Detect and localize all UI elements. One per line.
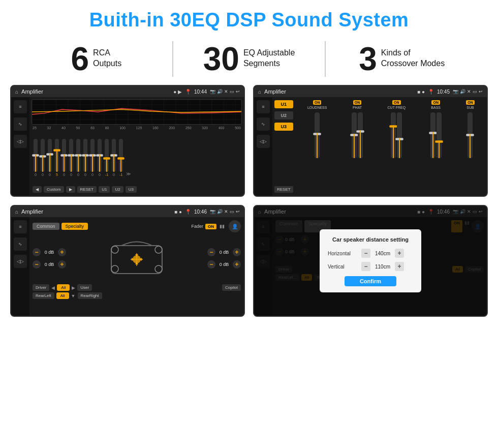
fader-filter-btn[interactable]: ≡: [14, 220, 27, 233]
eq-slider-3[interactable]: 0: [48, 139, 52, 176]
amp2-camera-icon: 📷: [453, 89, 458, 94]
eq-slider-8[interactable]: 0: [83, 139, 87, 176]
db3-plus-btn[interactable]: +: [233, 248, 241, 256]
db3-value: 0 dB: [217, 250, 231, 255]
user-btn[interactable]: User: [77, 284, 92, 291]
cutfreq-on-badge[interactable]: ON: [392, 100, 401, 105]
close-icon: ✕: [224, 89, 228, 94]
db3-minus-btn[interactable]: −: [207, 248, 215, 256]
eq-slider-2[interactable]: 0: [41, 139, 45, 176]
home-icon[interactable]: ⌂: [15, 89, 18, 95]
eq-filter-btn[interactable]: ≡: [14, 100, 27, 113]
back-icon: ↩: [236, 89, 240, 94]
rearright-btn[interactable]: RearRight: [78, 292, 102, 299]
copilot-btn[interactable]: Copilot: [222, 284, 241, 291]
bass-slider-1[interactable]: [430, 112, 435, 158]
vertical-plus-btn[interactable]: +: [395, 262, 404, 271]
bass-slider-2[interactable]: [437, 112, 442, 158]
horizontal-minus-btn[interactable]: −: [361, 249, 370, 258]
home-icon-3[interactable]: ⌂: [15, 209, 18, 215]
home-icon-2[interactable]: ⌂: [258, 89, 261, 95]
driver-btn[interactable]: Driver: [33, 284, 49, 291]
eq-slider-7[interactable]: 0: [76, 139, 80, 176]
amp2-main: U1 U2 U3 RESET ON LOUDNESS: [272, 97, 487, 196]
play-dot-icon: ● ▶: [173, 89, 182, 95]
eq-prev-btn[interactable]: ◀: [33, 186, 42, 193]
fader-vol-btn[interactable]: ◁▷: [14, 255, 27, 268]
db2-minus-btn[interactable]: −: [33, 260, 41, 268]
db1-minus-btn[interactable]: −: [33, 248, 41, 256]
channel-sub: ON SUB: [466, 100, 475, 193]
phat-slider-2[interactable]: [358, 112, 363, 158]
dialog-vertical-control: − 110cm +: [361, 262, 404, 271]
db4-value: 0 dB: [217, 262, 231, 267]
eq-main-area: 25 32 40 50 63 80 100 125 160 200 250 32…: [29, 97, 244, 196]
eq-u3-btn[interactable]: U3: [126, 186, 137, 193]
db1-plus-btn[interactable]: +: [58, 248, 66, 256]
eq-slider-10[interactable]: 0: [98, 139, 102, 176]
eq-slider-5[interactable]: 0: [62, 139, 66, 176]
phat-on-badge[interactable]: ON: [353, 100, 362, 105]
horizontal-plus-btn[interactable]: +: [395, 249, 404, 258]
cutfreq-slider-1[interactable]: [391, 112, 396, 158]
cutfreq-slider-2[interactable]: [397, 112, 402, 158]
amp2-vol-btn[interactable]: ◁▷: [257, 135, 270, 148]
sub-slider-1[interactable]: [468, 112, 473, 158]
bass-on-badge[interactable]: ON: [431, 100, 440, 105]
eq-slider-11[interactable]: -1: [105, 139, 109, 176]
eq-u2-btn[interactable]: U2: [112, 186, 123, 193]
fader-dot-icon: ■ ●: [174, 209, 182, 215]
eq-slider-12[interactable]: 0: [112, 139, 116, 176]
eq-wave-btn[interactable]: ∿: [14, 117, 27, 131]
eq-freq-25: 25: [33, 126, 37, 130]
fader-settings-btn[interactable]: 👤: [229, 220, 241, 232]
all-btn-2[interactable]: All: [56, 292, 69, 299]
db2-plus-btn[interactable]: +: [58, 260, 66, 268]
fader-db-control-2: − 0 dB +: [33, 260, 66, 268]
loudness-slider[interactable]: [315, 112, 320, 158]
eq-slider-6[interactable]: 0: [69, 139, 73, 176]
eq-slider-9[interactable]: 0: [90, 139, 95, 176]
eq-freq-100: 100: [119, 126, 126, 130]
fader-arrow-left[interactable]: ◀: [51, 285, 55, 290]
fader-side-controls: ≡ ∿ ◁▷: [11, 217, 29, 316]
amp2-u3-btn[interactable]: U3: [274, 123, 293, 131]
eq-freq-50: 50: [76, 126, 80, 130]
amp2-filter-btn[interactable]: ≡: [257, 100, 270, 113]
amp2-wave-btn[interactable]: ∿: [257, 117, 270, 131]
fader-body: − 0 dB + − 0 dB +: [33, 235, 241, 281]
eq-slider-4[interactable]: 5: [55, 139, 59, 176]
eq-u1-btn[interactable]: U1: [99, 186, 110, 193]
eq-reset-btn[interactable]: RESET: [77, 186, 97, 193]
camera-icon: 📷: [210, 89, 215, 94]
fader-status-icons: 📷 🔊 ✕ ▭ ↩: [210, 209, 240, 214]
fader-arrow-right[interactable]: ▶: [72, 285, 75, 290]
fader-tab-specialty[interactable]: Specialty: [61, 223, 88, 230]
eq-vol-btn[interactable]: ◁▷: [14, 135, 27, 148]
loudness-on-badge[interactable]: ON: [313, 100, 322, 105]
sub-on-badge[interactable]: ON: [466, 100, 475, 105]
amp2-u1-btn[interactable]: U1: [274, 100, 293, 108]
all-btn[interactable]: All: [57, 284, 70, 291]
phat-slider-1[interactable]: [352, 112, 357, 158]
fader-tab-common[interactable]: Common: [33, 223, 59, 230]
db4-plus-btn[interactable]: +: [233, 260, 241, 268]
eq-freq-250: 250: [185, 126, 192, 130]
eq-slider-13[interactable]: -1: [119, 139, 123, 176]
amp2-reset-btn[interactable]: RESET: [274, 186, 293, 193]
db4-minus-btn[interactable]: −: [207, 260, 215, 268]
eq-more-btn[interactable]: ≫: [126, 171, 131, 176]
location-icon: 📍: [185, 89, 191, 95]
fader-bottom-row: RearLeft All ▼ RearRight: [33, 292, 241, 299]
stat-label-eq: EQ Adjustable Segments: [243, 43, 295, 69]
eq-play-btn[interactable]: ▶: [66, 186, 75, 193]
fader-wave-btn[interactable]: ∿: [14, 237, 27, 251]
fader-arrow-down[interactable]: ▼: [71, 292, 76, 299]
rearleft-btn[interactable]: RearLeft: [33, 292, 54, 299]
fader-on-toggle[interactable]: ON: [205, 224, 216, 229]
vertical-minus-btn[interactable]: −: [361, 262, 370, 271]
fader-camera-icon: 📷: [210, 209, 215, 214]
confirm-button[interactable]: Confirm: [345, 276, 396, 286]
amp2-u2-btn[interactable]: U2: [274, 111, 293, 120]
eq-slider-1[interactable]: 0: [34, 139, 38, 176]
